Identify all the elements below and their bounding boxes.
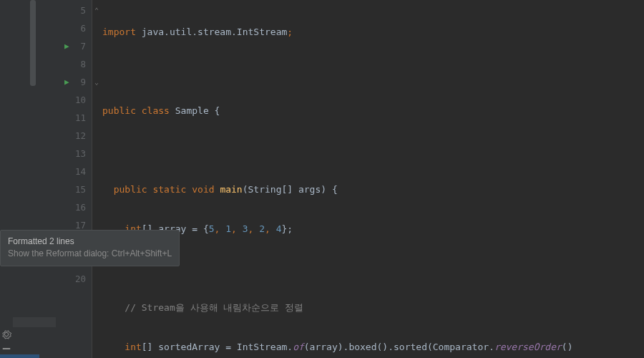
- line-number: 16: [66, 202, 86, 213]
- tooltip-title: Formatted 2 lines: [8, 236, 172, 248]
- code-area[interactable]: import java.util.stream.IntStream; publi…: [92, 0, 644, 358]
- bookmark-strip: [13, 317, 56, 327]
- code-line: [102, 62, 644, 80]
- status-indicator: [0, 354, 39, 358]
- editor-area: 5⌃ 6 ▶7 8 ▶9⌄ 10 11 12 13 14 15 16 17 20…: [0, 0, 644, 358]
- run-gutter-icon[interactable]: ▶: [64, 42, 69, 51]
- code-line: import java.util.stream.IntStream;: [102, 23, 644, 41]
- code-line: // Stream을 사용해 내림차순으로 정렬: [102, 299, 644, 316]
- line-number: 6: [66, 23, 86, 34]
- line-number: 5: [66, 5, 86, 16]
- code-line: public class Sample {: [102, 102, 644, 120]
- run-gutter-icon[interactable]: ▶: [64, 77, 69, 87]
- code-line: [102, 141, 644, 159]
- line-number: 17: [66, 220, 86, 231]
- code-line: int[] array = {5, 1, 3, 2, 4};: [102, 220, 644, 238]
- gear-icon[interactable]: [1, 329, 11, 339]
- line-number: 15: [66, 184, 86, 195]
- line-number: 13: [66, 148, 86, 159]
- tooltip-hint: Show the Reformat dialog: Ctrl+Alt+Shift…: [8, 248, 172, 260]
- reformat-tooltip: Formatted 2 lines Show the Reformat dial…: [0, 230, 180, 266]
- line-number: 12: [66, 130, 86, 141]
- line-number: 20: [66, 274, 86, 284]
- code-line: public static void main(String[] args) {: [102, 180, 644, 198]
- collapse-icon[interactable]: [1, 344, 11, 354]
- line-number: 10: [66, 95, 86, 105]
- gutter[interactable]: 5⌃ 6 ▶7 8 ▶9⌄ 10 11 12 13 14 15 16 17 20: [13, 0, 92, 358]
- line-number: 8: [66, 59, 86, 69]
- tool-strip: [0, 0, 13, 358]
- code-line: [102, 259, 644, 277]
- code-line: int[] sortedArray = IntStream.of(array).…: [102, 338, 644, 356]
- line-number: 14: [66, 166, 86, 177]
- line-number: 11: [66, 112, 86, 123]
